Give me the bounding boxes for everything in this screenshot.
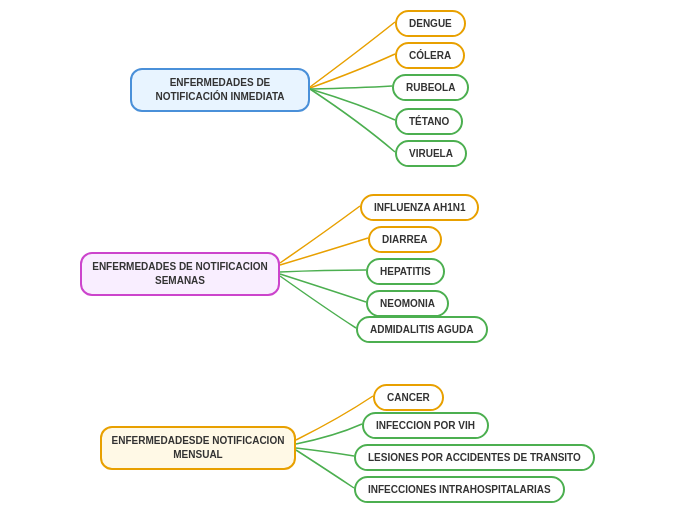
influenza-node: INFLUENZA AH1N1 <box>360 194 479 221</box>
colera-node: CÓLERA <box>395 42 465 69</box>
diarrea-node: DIARREA <box>368 226 442 253</box>
rubeola-node: RUBEOLA <box>392 74 469 101</box>
cancer-node: CANCER <box>373 384 444 411</box>
dengue-node: DENGUE <box>395 10 466 37</box>
section1-center: ENFERMEDADES DENOTIFICACIÓN INMEDIATA <box>130 68 310 112</box>
neomonia-node: NEOMONIA <box>366 290 449 317</box>
viruela-node: VIRUELA <box>395 140 467 167</box>
section3-center: ENFERMEDADESDE NOTIFICACIONMENSUAL <box>100 426 296 470</box>
tetano-node: TÉTANO <box>395 108 463 135</box>
admidalitis-node: ADMIDALITIS AGUDA <box>356 316 488 343</box>
hepatitis-node: HEPATITIS <box>366 258 445 285</box>
infecciones-node: INFECCIONES INTRAHOSPITALARIAS <box>354 476 565 503</box>
infeccionvih-node: INFECCION POR VIH <box>362 412 489 439</box>
lesiones-node: LESIONES POR ACCIDENTES DE TRANSITO <box>354 444 595 471</box>
section2-center: ENFERMEDADES DE NOTIFICACIONSEMANAS <box>80 252 280 296</box>
